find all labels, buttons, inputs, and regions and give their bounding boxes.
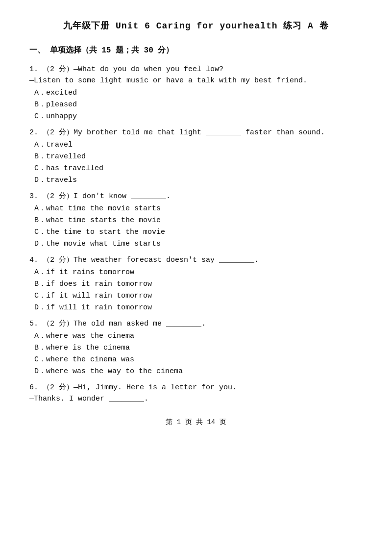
question-stem-6: 6. （2 分）—Hi, Jimmy. Here is a letter for…	[29, 382, 363, 392]
question-block-1: 1. （2 分）—What do you do when you feel lo…	[29, 64, 363, 121]
question-block-4: 4. （2 分）The weather forecast doesn't say…	[29, 255, 363, 312]
option-q5-C: C．where the cinema was	[29, 354, 363, 364]
option-q2-C: C．has travelled	[29, 163, 363, 173]
question-dialog-6: —Thanks. I wonder ________.	[29, 395, 363, 403]
option-q1-A: A．excited	[29, 88, 363, 97]
option-q1-B: B．pleased	[29, 100, 363, 109]
question-block-3: 3. （2 分）I don't know ________.A．what tim…	[29, 191, 363, 248]
option-q2-B: B．travelled	[29, 151, 363, 161]
option-q3-A: A．what time the movie starts	[29, 203, 363, 213]
option-q1-C: C．unhappy	[29, 111, 363, 121]
option-q5-D: D．where was the way to the cinema	[29, 366, 363, 376]
option-q4-B: B．if does it rain tomorrow	[29, 279, 363, 288]
question-dialog-1: —Listen to some light music or have a ta…	[29, 76, 363, 85]
option-q2-D: D．travels	[29, 175, 363, 184]
option-q5-B: B．where is the cinema	[29, 343, 363, 352]
option-q5-A: A．where was the cinema	[29, 331, 363, 340]
question-block-6: 6. （2 分）—Hi, Jimmy. Here is a letter for…	[29, 382, 363, 403]
option-q3-D: D．the movie what time starts	[29, 239, 363, 248]
option-q4-C: C．if it will rain tomorrow	[29, 291, 363, 300]
question-block-5: 5. （2 分）The old man asked me ________.A．…	[29, 319, 363, 376]
question-stem-1: 1. （2 分）—What do you do when you feel lo…	[29, 64, 363, 74]
section-title: 一、 单项选择（共 15 题；共 30 分）	[29, 45, 363, 55]
question-block-2: 2. （2 分）My brother told me that light __…	[29, 127, 363, 184]
option-q3-B: B．what time starts the movie	[29, 215, 363, 225]
page-title: 九年级下册 Unit 6 Caring for yourhealth 练习 A …	[29, 20, 363, 31]
question-stem-2: 2. （2 分）My brother told me that light __…	[29, 127, 363, 137]
page-footer: 第 1 页 共 14 页	[29, 418, 363, 427]
option-q4-D: D．if will it rain tomorrow	[29, 303, 363, 312]
question-stem-4: 4. （2 分）The weather forecast doesn't say…	[29, 255, 363, 264]
option-q2-A: A．travel	[29, 140, 363, 149]
question-stem-5: 5. （2 分）The old man asked me ________.	[29, 319, 363, 328]
option-q4-A: A．if it rains tomorrow	[29, 267, 363, 277]
option-q3-C: C．the time to start the movie	[29, 227, 363, 236]
question-stem-3: 3. （2 分）I don't know ________.	[29, 191, 363, 201]
